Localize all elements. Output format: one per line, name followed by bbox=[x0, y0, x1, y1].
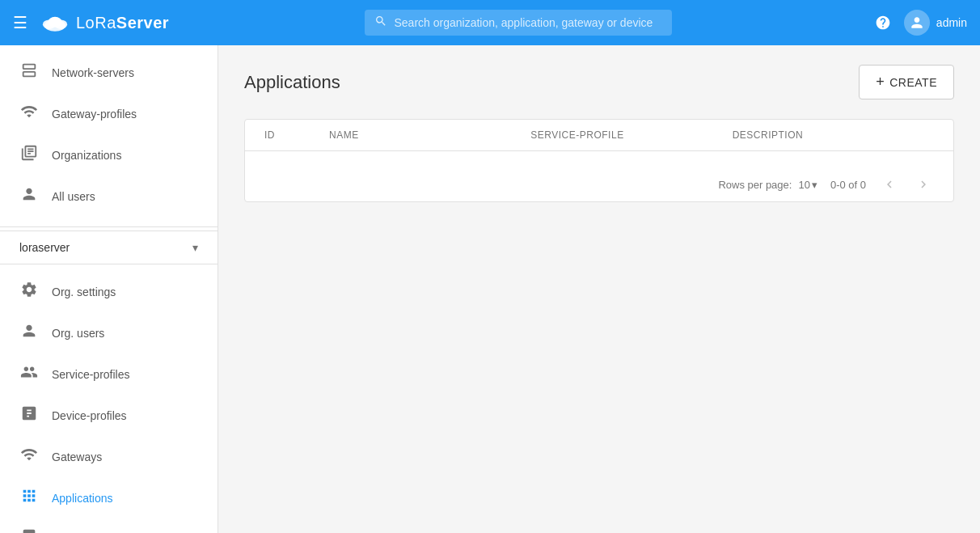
col-id: ID bbox=[264, 129, 329, 141]
navbar: ☰ LoRaServer admin bbox=[0, 0, 980, 45]
pagination-info: 0-0 of 0 bbox=[830, 179, 866, 191]
applications-table: ID Name Service-profile Description Rows… bbox=[244, 119, 954, 202]
username-label: admin bbox=[936, 16, 967, 29]
sidebar-item-gateways[interactable]: Gateways bbox=[0, 436, 218, 477]
user-menu[interactable]: admin bbox=[904, 10, 967, 36]
col-name: Name bbox=[329, 129, 530, 141]
pagination-next-button[interactable] bbox=[913, 174, 934, 195]
gateway-profiles-icon bbox=[19, 103, 39, 125]
organizations-icon bbox=[19, 144, 39, 166]
sidebar: Network-servers Gateway-profiles Organiz… bbox=[0, 45, 218, 533]
multicast-groups-icon bbox=[19, 528, 39, 533]
all-users-icon bbox=[19, 185, 39, 207]
sidebar-label-gateways: Gateways bbox=[52, 451, 102, 463]
avatar bbox=[904, 10, 930, 36]
rows-per-page-label: Rows per page: bbox=[718, 179, 792, 191]
sidebar-label-applications: Applications bbox=[52, 492, 113, 505]
col-description: Description bbox=[733, 129, 934, 141]
table-header: ID Name Service-profile Description bbox=[245, 120, 953, 151]
service-profiles-icon bbox=[19, 363, 39, 385]
sidebar-label-org-users: Org. users bbox=[52, 327, 104, 340]
rows-per-page-value: 10 bbox=[798, 179, 809, 191]
logo-text: LoRaServer bbox=[76, 14, 169, 32]
sidebar-label-device-profiles: Device-profiles bbox=[52, 409, 127, 422]
org-selector-label: loraserver bbox=[19, 241, 70, 254]
sidebar-divider bbox=[0, 226, 218, 227]
sidebar-item-org-users[interactable]: Org. users bbox=[0, 312, 218, 353]
search-icon bbox=[374, 15, 387, 31]
page-title: Applications bbox=[244, 72, 340, 93]
sidebar-item-all-users[interactable]: All users bbox=[0, 176, 218, 217]
create-plus-icon: + bbox=[876, 74, 885, 91]
sidebar-label-org-settings: Org. settings bbox=[52, 286, 116, 298]
col-service-profile: Service-profile bbox=[530, 129, 732, 141]
org-users-icon bbox=[19, 322, 39, 344]
network-servers-icon bbox=[19, 61, 39, 83]
sidebar-item-organizations[interactable]: Organizations bbox=[0, 134, 218, 176]
layout: Network-servers Gateway-profiles Organiz… bbox=[0, 45, 980, 533]
sidebar-org-section: Org. settings Org. users Service-profile… bbox=[0, 264, 218, 533]
gateways-icon bbox=[19, 446, 39, 467]
sidebar-item-network-servers[interactable]: Network-servers bbox=[0, 52, 218, 93]
table-footer: Rows per page: 10 ▾ 0-0 of 0 bbox=[245, 167, 953, 201]
sidebar-item-org-settings[interactable]: Org. settings bbox=[0, 271, 218, 312]
table-body bbox=[245, 151, 953, 167]
sidebar-top-section: Network-servers Gateway-profiles Organiz… bbox=[0, 45, 218, 223]
navbar-right: admin bbox=[868, 8, 967, 37]
main-header: Applications + CREATE bbox=[244, 65, 954, 99]
sidebar-label-service-profiles: Service-profiles bbox=[52, 368, 129, 381]
main-content: Applications + CREATE ID Name Service-pr… bbox=[218, 45, 980, 533]
sidebar-item-device-profiles[interactable]: Device-profiles bbox=[0, 395, 218, 436]
create-button-label: CREATE bbox=[889, 76, 937, 89]
rows-per-page: Rows per page: 10 ▾ bbox=[718, 179, 817, 191]
org-selector[interactable]: loraserver ▾ bbox=[0, 231, 218, 264]
org-settings-icon bbox=[19, 281, 39, 302]
sidebar-label-all-users: All users bbox=[52, 190, 95, 203]
sidebar-label-organizations: Organizations bbox=[52, 149, 121, 162]
pagination-prev-button[interactable] bbox=[879, 174, 900, 195]
device-profiles-icon bbox=[19, 404, 39, 426]
applications-icon bbox=[19, 487, 39, 509]
rows-per-page-select[interactable]: 10 ▾ bbox=[798, 179, 817, 191]
sidebar-item-applications[interactable]: Applications bbox=[0, 477, 218, 518]
search-bar[interactable] bbox=[365, 10, 672, 36]
search-input[interactable] bbox=[394, 16, 662, 29]
sidebar-label-gateway-profiles: Gateway-profiles bbox=[52, 108, 137, 121]
sidebar-item-gateway-profiles[interactable]: Gateway-profiles bbox=[0, 93, 218, 134]
rows-per-page-dropdown-icon: ▾ bbox=[812, 179, 817, 191]
sidebar-label-network-servers: Network-servers bbox=[52, 66, 134, 79]
sidebar-item-multicast-groups[interactable]: Multicast-groups bbox=[0, 518, 218, 533]
svg-point-3 bbox=[48, 17, 61, 27]
help-button[interactable] bbox=[868, 8, 898, 37]
create-button[interactable]: + CREATE bbox=[859, 65, 954, 99]
sidebar-item-service-profiles[interactable]: Service-profiles bbox=[0, 353, 218, 395]
menu-icon[interactable]: ☰ bbox=[13, 13, 27, 32]
logo: LoRaServer bbox=[40, 11, 169, 34]
org-selector-arrow-icon: ▾ bbox=[192, 241, 198, 254]
